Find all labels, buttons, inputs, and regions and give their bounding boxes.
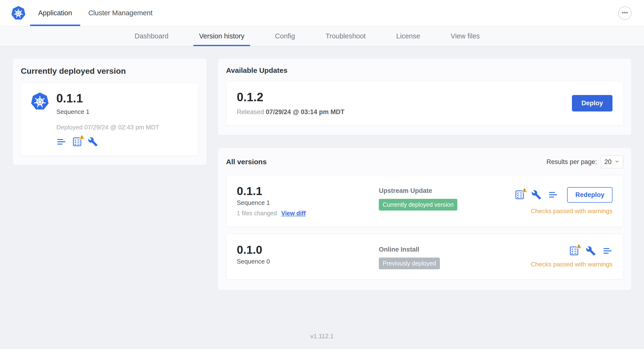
- page-footer: v1.112.1: [0, 323, 644, 349]
- ellipsis-icon: [621, 9, 628, 17]
- redeploy-button[interactable]: Redeploy: [567, 187, 612, 203]
- versions-column: Available Updates 0.1.2 Released 07/29/2…: [218, 59, 631, 290]
- app-sub-nav: Dashboard Version history Config Trouble…: [0, 26, 644, 46]
- released-date: 07/29/24 @ 03:14 pm MDT: [266, 108, 344, 116]
- version-row: 0.1.1 Sequence 1 1 files changed View di…: [226, 175, 623, 227]
- top-bar: Application Cluster Management: [0, 0, 644, 26]
- all-versions-title: All versions: [226, 158, 266, 166]
- deployed-column: Currently deployed version: [13, 59, 206, 165]
- checks-status-text[interactable]: Checks passed with warnings: [531, 208, 613, 215]
- version-actions: Redeploy: [515, 187, 612, 203]
- deployed-status-badge: Currently deployed version: [379, 199, 457, 210]
- version-actions-block: Checks passed with warnings: [531, 244, 613, 268]
- deployed-card-title: Currently deployed version: [21, 66, 198, 76]
- release-notes-icon[interactable]: [602, 246, 612, 256]
- checks-status-text[interactable]: Checks passed with warnings: [531, 261, 613, 268]
- files-changed-text: 1 files changed: [237, 210, 277, 217]
- subtab-version-history[interactable]: Version history: [193, 26, 250, 46]
- view-diff-link[interactable]: View diff: [281, 210, 306, 217]
- version-info: 0.1.0 Sequence 0: [237, 244, 379, 265]
- deployed-version-card: 0.1.1 Sequence 1 Deployed 07/29/24 @ 02:…: [21, 83, 198, 156]
- warning-triangle-icon: [79, 134, 85, 140]
- deployed-status-badge: Previously deployed: [379, 258, 440, 269]
- released-label: Released: [237, 108, 264, 116]
- files-changed-line: 1 files changed View diff: [237, 210, 379, 217]
- version-source: Online Install: [379, 246, 531, 253]
- warning-triangle-icon: [521, 187, 528, 193]
- preflight-checks-icon[interactable]: [72, 137, 82, 147]
- results-per-page-select[interactable]: 20: [601, 156, 623, 168]
- kubernetes-logo-icon: [11, 6, 26, 20]
- version-sequence: Sequence 1: [237, 199, 379, 206]
- results-per-page: Results per page: 20: [546, 156, 623, 168]
- version-source-block: Upstream Update Currently deployed versi…: [379, 185, 515, 210]
- deployed-icon-row: [56, 137, 159, 147]
- version-number: 0.1.1: [237, 185, 379, 197]
- version-actions-block: Redeploy Checks passed with warnings: [515, 185, 612, 215]
- overflow-menu-button[interactable]: [618, 6, 632, 20]
- top-nav-tabs: Application Cluster Management: [30, 0, 161, 26]
- deploy-button[interactable]: Deploy: [572, 95, 612, 112]
- all-versions-header: All versions Results per page: 20: [226, 156, 623, 168]
- deployed-sequence-label: Sequence 1: [56, 108, 159, 116]
- config-wrench-icon[interactable]: [586, 246, 596, 256]
- version-info: 0.1.1 Sequence 1 1 files changed View di…: [237, 185, 379, 217]
- main-content: Currently deployed version: [0, 46, 644, 323]
- available-updates-card: Available Updates 0.1.2 Released 07/29/2…: [218, 59, 631, 135]
- chevron-down-icon: [614, 158, 620, 166]
- kubernetes-app-icon: [30, 92, 49, 111]
- warning-triangle-icon: [576, 243, 582, 249]
- release-notes-icon[interactable]: [56, 137, 66, 147]
- deployed-version-number: 0.1.1: [56, 92, 159, 105]
- config-wrench-icon[interactable]: [88, 137, 98, 147]
- deployed-date-text: Deployed 07/29/24 @ 02:43 pm MDT: [56, 124, 159, 131]
- tab-cluster-management[interactable]: Cluster Management: [80, 0, 161, 26]
- results-per-page-value: 20: [604, 158, 612, 166]
- subtab-dashboard[interactable]: Dashboard: [129, 26, 174, 46]
- subtab-config[interactable]: Config: [269, 26, 301, 46]
- console-version-text: v1.112.1: [310, 332, 334, 340]
- available-updates-title: Available Updates: [226, 66, 623, 74]
- all-versions-card: All versions Results per page: 20 0.1.1 …: [218, 148, 631, 290]
- preflight-checks-icon[interactable]: [515, 190, 525, 200]
- version-number: 0.1.0: [237, 244, 379, 256]
- subtab-license[interactable]: License: [390, 26, 426, 46]
- version-source: Upstream Update: [379, 187, 515, 194]
- version-actions: [569, 246, 612, 256]
- currently-deployed-card: Currently deployed version: [13, 59, 206, 165]
- subtab-troubleshoot[interactable]: Troubleshoot: [320, 26, 372, 46]
- available-update-row: 0.1.2 Released 07/29/24 @ 03:14 pm MDT D…: [226, 81, 623, 126]
- deployed-version-details: 0.1.1 Sequence 1 Deployed 07/29/24 @ 02:…: [56, 92, 159, 147]
- tab-application[interactable]: Application: [30, 0, 80, 26]
- version-source-block: Online Install Previously deployed: [379, 244, 531, 269]
- subtab-view-files[interactable]: View files: [445, 26, 486, 46]
- update-version-number: 0.1.2: [237, 91, 344, 104]
- version-row: 0.1.0 Sequence 0 Online Install Previous…: [226, 234, 623, 280]
- update-details: 0.1.2 Released 07/29/24 @ 03:14 pm MDT: [237, 91, 344, 116]
- update-released-text: Released 07/29/24 @ 03:14 pm MDT: [237, 108, 344, 116]
- results-per-page-label: Results per page:: [546, 158, 597, 166]
- version-sequence: Sequence 0: [237, 258, 379, 265]
- config-wrench-icon[interactable]: [531, 190, 541, 200]
- release-notes-icon[interactable]: [548, 190, 558, 200]
- preflight-checks-icon[interactable]: [569, 246, 579, 256]
